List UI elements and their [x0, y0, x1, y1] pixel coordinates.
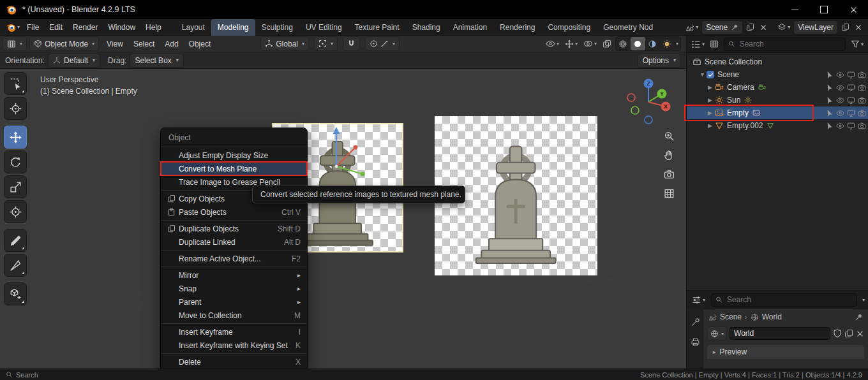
tab-animation[interactable]: Animation	[447, 19, 493, 36]
world-name-field[interactable]	[730, 327, 830, 340]
scene-name-field[interactable]: Scene	[701, 20, 743, 34]
pin-icon[interactable]	[731, 24, 738, 31]
fake-user-shield-button[interactable]	[833, 329, 842, 338]
chevron-right-icon[interactable]: ▶	[706, 122, 714, 129]
menu-edit[interactable]: Edit	[44, 19, 68, 36]
tab-rendering[interactable]: Rendering	[493, 19, 541, 36]
selectable-cursor-icon[interactable]	[825, 122, 834, 130]
3d-viewport[interactable]: User Perspective (1) Scene Collection | …	[0, 69, 686, 369]
menu-help[interactable]: Help	[140, 19, 167, 36]
tab-uv-editing[interactable]: UV Editing	[299, 19, 348, 36]
tab-shading[interactable]: Shading	[406, 19, 447, 36]
viewport-monitor-icon[interactable]	[847, 96, 855, 105]
selectable-cursor-icon[interactable]	[825, 96, 834, 105]
viewlayer-browse-button[interactable]: ▾	[775, 21, 792, 34]
xray-toggle[interactable]	[601, 38, 613, 50]
menu-view[interactable]: View	[101, 40, 128, 48]
annotate-tool[interactable]	[4, 229, 27, 252]
chevron-right-icon[interactable]: ▶	[706, 84, 714, 91]
menu-object[interactable]: Object	[184, 40, 216, 48]
minimize-button[interactable]	[780, 0, 809, 19]
close-button[interactable]	[839, 0, 868, 19]
rotate-tool[interactable]	[4, 150, 27, 173]
navigation-axis-gizmo[interactable]: Z Y X	[625, 75, 672, 126]
outliner-editor-type-button[interactable]: ▾	[689, 38, 707, 50]
properties-search[interactable]	[711, 293, 857, 307]
shading-wireframe-button[interactable]	[616, 37, 631, 50]
remove-viewlayer-button[interactable]	[853, 21, 864, 34]
menu-item-parent[interactable]: Parent▸	[161, 295, 307, 309]
properties-editor-type-button[interactable]: ▾	[690, 293, 707, 306]
exclude-checkbox[interactable]	[707, 71, 714, 78]
snap-target-button[interactable]: ▾	[314, 36, 338, 51]
snap-toggle-button[interactable]	[343, 36, 360, 51]
menu-item-insert-keyframe[interactable]: Insert KeyframeI	[161, 325, 307, 339]
shading-rendered-button[interactable]	[660, 37, 675, 50]
chevron-down-icon[interactable]: ▼	[698, 71, 707, 78]
menu-item-mirror[interactable]: Mirror▸	[161, 268, 307, 282]
hide-eye-icon[interactable]	[836, 96, 844, 105]
menu-item-paste-objects[interactable]: Paste ObjectsCtrl V	[161, 205, 307, 219]
orientation-dropdown[interactable]: Default ▾	[48, 54, 100, 68]
hide-eye-icon[interactable]	[836, 71, 844, 79]
app-menu-button[interactable]: ▾	[4, 21, 22, 34]
status-search-hint[interactable]: Search	[6, 371, 38, 379]
move-gizmo[interactable]	[316, 123, 373, 180]
viewport-monitor-icon[interactable]	[847, 122, 855, 130]
unlink-world-button[interactable]	[856, 330, 864, 338]
tab-sculpting[interactable]: Sculpting	[255, 19, 299, 36]
outliner-row-sun[interactable]: ▶ Sun	[687, 94, 868, 106]
tab-modeling[interactable]: Modeling	[211, 19, 255, 36]
shading-solid-button[interactable]	[631, 37, 645, 50]
visibility-dropdown[interactable]: ▾	[544, 38, 561, 50]
cursor-tool[interactable]	[4, 97, 27, 120]
render-camera-icon[interactable]	[858, 71, 866, 79]
ortho-grid-icon[interactable]	[664, 188, 675, 199]
filter-button[interactable]: ▾	[849, 38, 865, 50]
render-camera-icon[interactable]	[858, 96, 866, 105]
measure-tool[interactable]	[4, 254, 27, 277]
hide-eye-icon[interactable]	[836, 122, 844, 130]
outliner-search[interactable]	[724, 38, 846, 51]
tab-texture-paint[interactable]: Texture Paint	[348, 19, 406, 36]
gizmos-dropdown[interactable]: ▾	[563, 38, 580, 50]
viewport-monitor-icon[interactable]	[847, 84, 855, 92]
editor-type-button[interactable]: ▾	[3, 36, 27, 51]
new-viewlayer-button[interactable]	[839, 21, 851, 34]
tool-tab-icon[interactable]	[691, 318, 700, 327]
menu-select[interactable]: Select	[128, 40, 160, 48]
menu-file[interactable]: File	[22, 19, 44, 36]
breadcrumb-scene[interactable]: Scene	[720, 312, 742, 321]
menu-item-move-to-collection[interactable]: Move to CollectionM	[161, 309, 307, 322]
mode-selector[interactable]: Object Mode ▾	[29, 36, 99, 51]
outliner-search-input[interactable]	[738, 39, 841, 49]
outliner-row-empty-002[interactable]: ▶ Empty.002	[687, 119, 868, 132]
outliner-row-camera[interactable]: ▶ Camera	[687, 81, 868, 94]
move-tool[interactable]	[4, 126, 27, 149]
scale-tool[interactable]	[4, 175, 27, 198]
maximize-button[interactable]	[809, 0, 839, 19]
outliner-row-scene[interactable]: ▼ Scene	[687, 68, 868, 81]
select-box-tool[interactable]	[4, 72, 27, 95]
menu-item-rename-active-object[interactable]: Rename Active Object...F2	[161, 252, 307, 265]
chevron-right-icon[interactable]: ▶	[706, 97, 714, 103]
shading-material-button[interactable]	[645, 37, 660, 50]
viewport-monitor-icon[interactable]	[847, 71, 855, 79]
selectable-cursor-icon[interactable]	[825, 84, 834, 92]
viewlayer-name-field[interactable]: ViewLayer	[793, 20, 838, 34]
transform-tool[interactable]	[4, 200, 27, 223]
menu-render[interactable]: Render	[68, 19, 103, 36]
properties-search-input[interactable]	[726, 295, 853, 305]
overlays-dropdown[interactable]: ▾	[581, 38, 599, 50]
unlink-scene-button[interactable]	[758, 21, 769, 34]
render-camera-icon[interactable]	[858, 122, 866, 130]
hide-eye-icon[interactable]	[836, 84, 844, 92]
tab-layout[interactable]: Layout	[176, 19, 211, 36]
tab-compositing[interactable]: Compositing	[541, 19, 597, 36]
render-camera-icon[interactable]	[858, 84, 866, 92]
menu-item-snap[interactable]: Snap▸	[161, 282, 307, 295]
viewport-monitor-icon[interactable]	[847, 109, 855, 117]
transform-orientation-selector[interactable]: Global ▾	[260, 36, 309, 51]
chevron-right-icon[interactable]: ▶	[706, 110, 714, 116]
outliner-row-scene-collection[interactable]: Scene Collection	[687, 55, 868, 68]
